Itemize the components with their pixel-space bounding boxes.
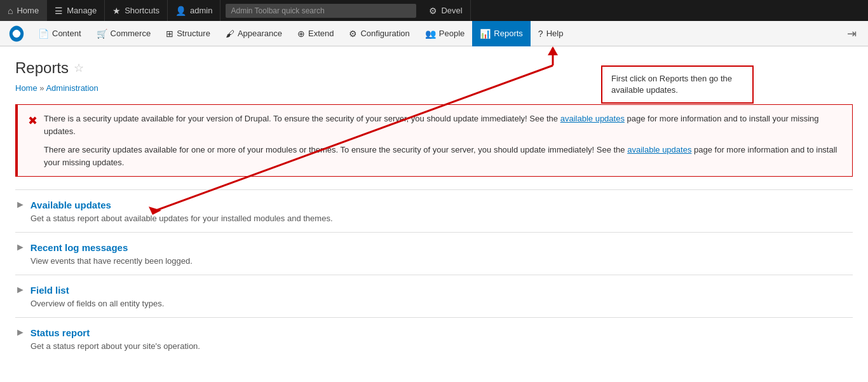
error-messages: ✖ There is a security update available f… xyxy=(15,104,853,177)
error-msg2-text: There are security updates available for… xyxy=(44,145,625,154)
star-toolbar-icon: ★ xyxy=(112,6,121,16)
reports-icon: 📊 xyxy=(480,29,491,39)
home-button[interactable]: ⌂ Home xyxy=(0,0,47,21)
nav-reports-label: Reports xyxy=(494,29,523,38)
secondary-nav: 📄 Content 🛒 Commerce ⊞ Structure 🖌 Appea… xyxy=(0,21,868,46)
report-title-row: ► Available updates xyxy=(15,199,853,210)
manage-label: Manage xyxy=(67,6,97,15)
extend-icon: ⊕ xyxy=(297,29,305,39)
error-text-container: There is a security update available for… xyxy=(44,113,842,168)
manage-button[interactable]: ☰ Manage xyxy=(47,0,105,21)
report-link[interactable]: Available updates xyxy=(31,200,111,210)
nav-extend[interactable]: ⊕ Extend xyxy=(290,21,341,46)
breadcrumb-admin-link[interactable]: Administration xyxy=(46,83,98,93)
toolbar-search-input[interactable] xyxy=(226,4,416,18)
home-label: Home xyxy=(17,6,39,15)
shortcuts-label: Shortcuts xyxy=(125,6,159,15)
nav-content-label: Content xyxy=(52,29,81,38)
svg-marker-1 xyxy=(548,46,558,55)
help-icon: ? xyxy=(538,29,543,39)
report-title-row: ► Status report xyxy=(15,327,853,338)
page-title-text: Reports xyxy=(15,59,69,77)
nav-appearance[interactable]: 🖌 Appearance xyxy=(218,21,290,46)
report-arrow-icon: ► xyxy=(15,242,25,253)
menu-icon: ☰ xyxy=(55,6,63,16)
error-msg1-text: There is a security update available for… xyxy=(44,114,558,123)
report-description: View events that have recently been logg… xyxy=(15,256,853,266)
people-icon: 👥 xyxy=(425,29,436,39)
nav-commerce-label: Commerce xyxy=(111,29,151,38)
nav-structure-label: Structure xyxy=(177,29,210,38)
structure-icon: ⊞ xyxy=(166,29,173,39)
report-arrow-icon: ► xyxy=(15,327,25,338)
report-link[interactable]: Status report xyxy=(31,327,90,338)
report-list: ► Available updates Get a status report … xyxy=(15,189,853,360)
nav-appearance-label: Appearance xyxy=(238,29,282,38)
shortcut-pin-icon[interactable]: ⇥ xyxy=(841,27,863,41)
home-icon: ⌂ xyxy=(8,6,13,16)
shortcuts-button[interactable]: ★ Shortcuts xyxy=(105,0,168,21)
favorite-star-icon[interactable]: ☆ xyxy=(74,61,84,75)
nav-commerce[interactable]: 🛒 Commerce xyxy=(89,21,159,46)
admin-label: admin xyxy=(190,6,212,15)
devel-label: Devel xyxy=(441,6,462,15)
user-icon: 👤 xyxy=(175,6,186,16)
nav-extend-label: Extend xyxy=(308,29,334,38)
content-icon: 📄 xyxy=(38,29,49,39)
report-link[interactable]: Recent log messages xyxy=(31,242,128,253)
commerce-icon: 🛒 xyxy=(97,29,107,39)
nav-configuration-label: Configuration xyxy=(360,29,409,38)
drupal-logo[interactable] xyxy=(5,22,28,45)
report-item: ► Field list Overview of fields on all e… xyxy=(15,275,853,317)
admin-user-button[interactable]: 👤 admin xyxy=(168,0,220,21)
report-item: ► Recent log messages View events that h… xyxy=(15,232,853,275)
nav-right: ⇥ xyxy=(841,27,863,41)
report-arrow-icon: ► xyxy=(15,284,25,296)
nav-content[interactable]: 📄 Content xyxy=(31,21,89,46)
report-item: ► Available updates Get a status report … xyxy=(15,189,853,232)
report-description: Overview of fields on all entity types. xyxy=(15,299,853,308)
report-link[interactable]: Field list xyxy=(31,285,69,296)
available-updates-link-2[interactable]: available updates xyxy=(627,145,691,154)
nav-help-label: Help xyxy=(546,29,564,38)
page-title: Reports ☆ xyxy=(15,59,853,77)
report-description: Get a status report about your site's op… xyxy=(15,341,853,351)
page-content: First click on Reports then go the avail… xyxy=(0,46,868,372)
nav-people-label: People xyxy=(439,29,465,38)
error-message-2: There are security updates available for… xyxy=(44,144,842,168)
error-icon: ✖ xyxy=(28,114,37,128)
breadcrumb: Home » Administration xyxy=(15,83,853,93)
nav-reports[interactable]: 📊 Reports xyxy=(472,21,531,46)
report-title-row: ► Recent log messages xyxy=(15,242,853,253)
appearance-icon: 🖌 xyxy=(226,29,234,39)
report-arrow-icon: ► xyxy=(15,199,25,210)
toolbar-search-container xyxy=(226,4,416,18)
config-icon: ⚙ xyxy=(349,29,357,39)
error-message-1: There is a security update available for… xyxy=(44,113,842,137)
devel-button[interactable]: ⚙ Devel xyxy=(421,0,470,21)
breadcrumb-home-link[interactable]: Home xyxy=(15,83,37,93)
nav-structure[interactable]: ⊞ Structure xyxy=(158,21,218,46)
report-item: ► Status report Get a status report abou… xyxy=(15,317,853,360)
breadcrumb-separator: » xyxy=(39,83,44,93)
available-updates-link-1[interactable]: available updates xyxy=(560,114,625,123)
nav-people[interactable]: 👥 People xyxy=(417,21,472,46)
gear-icon: ⚙ xyxy=(429,6,437,16)
report-title-row: ► Field list xyxy=(15,284,853,296)
admin-toolbar: ⌂ Home ☰ Manage ★ Shortcuts 👤 admin ⚙ De… xyxy=(0,0,868,21)
nav-configuration[interactable]: ⚙ Configuration xyxy=(341,21,417,46)
nav-help[interactable]: ? Help xyxy=(531,21,571,46)
report-description: Get a status report about available upda… xyxy=(15,214,853,223)
